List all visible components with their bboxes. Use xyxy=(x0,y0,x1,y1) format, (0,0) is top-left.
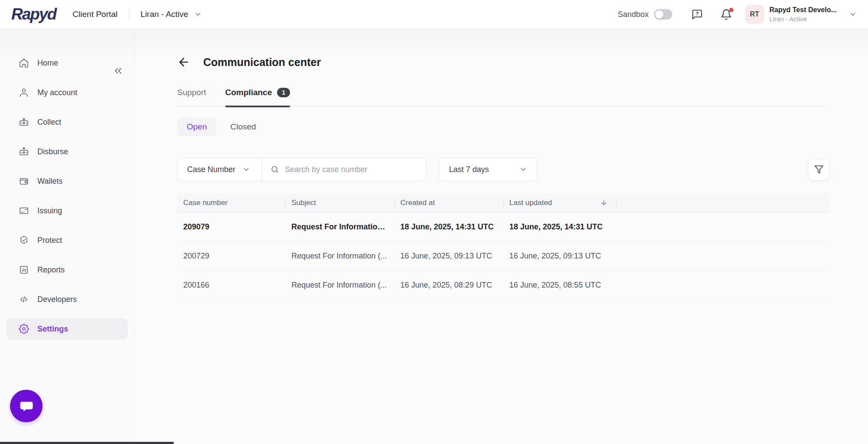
cases-table: Case number Subject Created at xyxy=(177,193,829,300)
sidebar-item[interactable]: Home xyxy=(7,52,128,74)
shield-check-icon xyxy=(19,235,29,245)
sidebar-item[interactable]: Settings xyxy=(7,318,128,340)
tab-label: Support xyxy=(177,88,206,97)
home-icon xyxy=(19,58,29,68)
status-filter: Open Closed xyxy=(177,118,829,136)
page-title: Communication center xyxy=(203,56,321,69)
status-pill-label: Open xyxy=(187,122,207,131)
help-button[interactable]: ? xyxy=(691,9,703,20)
notification-dot xyxy=(729,8,733,12)
sidebar-item-label: Disburse xyxy=(37,147,68,156)
sandbox-label: Sandbox xyxy=(618,10,649,19)
sidebar-item-label: Wallets xyxy=(37,177,63,186)
sidebar-item[interactable]: Collect xyxy=(7,111,128,133)
column-label: Last updated xyxy=(509,199,552,207)
user-subtitle: Liran - Active xyxy=(769,15,837,23)
back-button[interactable] xyxy=(177,56,190,69)
table-column-header-spacer xyxy=(616,193,829,212)
gear-icon xyxy=(19,324,29,334)
filters-bar: Case Number Last 7 days xyxy=(177,158,829,181)
org-selector-label: Liran - Active xyxy=(141,10,188,19)
sidebar-item[interactable]: Wallets xyxy=(7,170,128,192)
toggle-knob xyxy=(655,10,663,19)
card-icon xyxy=(19,205,29,216)
sidebar-item[interactable]: Reports xyxy=(7,259,128,281)
user-meta: Rapyd Test Develo... Liran - Active xyxy=(769,6,837,23)
user-icon xyxy=(19,87,29,98)
chevron-down-icon xyxy=(519,166,527,173)
sidebar-item-label: Issuing xyxy=(37,206,62,215)
advanced-filter-button[interactable] xyxy=(808,159,829,180)
table-row[interactable]: 209079 Request For Information ... 18 Ju… xyxy=(177,212,829,242)
status-pill[interactable]: Closed xyxy=(221,118,265,136)
topbar: Rapyd Client Portal Liran - Active Sandb… xyxy=(0,0,868,29)
column-label: Subject xyxy=(291,199,316,207)
sandbox-toggle[interactable] xyxy=(654,9,672,20)
search-field-selector-label: Case Number xyxy=(187,165,235,174)
chat-bubble-icon xyxy=(18,398,35,414)
sidebar-item-label: My account xyxy=(37,88,77,97)
table-column-header[interactable]: Last updated xyxy=(503,193,616,212)
sort-descending-icon[interactable] xyxy=(600,199,607,206)
cell-subject: Request For Information ... xyxy=(285,222,394,232)
sidebar-item[interactable]: Protect xyxy=(7,229,128,251)
status-pill[interactable]: Open xyxy=(177,118,216,136)
org-selector[interactable]: Liran - Active xyxy=(141,10,202,19)
svg-text:?: ? xyxy=(696,10,699,17)
cell-case-number: 209079 xyxy=(177,222,285,232)
tab[interactable]: Support xyxy=(177,82,206,106)
wallet-icon xyxy=(19,176,29,186)
cell-last-updated: 16 June, 2025, 08:55 UTC xyxy=(503,281,616,290)
chevron-down-icon xyxy=(194,10,202,18)
collect-icon xyxy=(19,117,29,127)
cell-subject: Request For Information (... xyxy=(285,252,394,261)
sidebar-item-label: Collect xyxy=(37,118,61,127)
search-filter-group: Case Number xyxy=(177,158,426,181)
date-range-selector[interactable]: Last 7 days xyxy=(439,158,537,181)
tab-label: Compliance xyxy=(225,88,272,97)
search-input[interactable] xyxy=(285,165,417,174)
main-content: Communication center Support Compliance … xyxy=(135,29,868,444)
notifications-button[interactable] xyxy=(720,9,732,20)
sidebar-item[interactable]: Developers xyxy=(7,288,128,310)
sidebar-item[interactable]: My account xyxy=(7,82,128,103)
sidebar-item-label: Developers xyxy=(37,295,77,304)
status-pill-label: Closed xyxy=(230,122,256,131)
tab-badge: 1 xyxy=(277,88,290,97)
sidebar: Home My account Collect Disburse xyxy=(0,29,135,444)
cell-case-number: 200166 xyxy=(177,281,285,290)
funnel-icon xyxy=(814,165,824,174)
portal-label: Client Portal xyxy=(73,10,118,19)
sidebar-item-label: Home xyxy=(37,59,58,68)
rapyd-logo[interactable]: Rapyd xyxy=(11,5,56,23)
topbar-divider xyxy=(129,8,129,21)
cell-created-at: 16 June, 2025, 09:13 UTC xyxy=(394,252,503,261)
sidebar-item[interactable]: Issuing xyxy=(7,200,128,222)
cell-created-at: 18 June, 2025, 14:31 UTC xyxy=(394,222,503,232)
tab[interactable]: Compliance 1 xyxy=(225,82,290,106)
reports-icon xyxy=(19,265,29,275)
code-icon xyxy=(19,294,29,305)
sidebar-item[interactable]: Disburse xyxy=(7,141,128,162)
table-column-header[interactable]: Created at xyxy=(394,193,503,212)
table-column-header[interactable]: Case number xyxy=(177,193,285,212)
cell-last-updated: 18 June, 2025, 14:31 UTC xyxy=(503,222,616,232)
table-row[interactable]: 200729 Request For Information (... 16 J… xyxy=(177,242,829,271)
collapse-sidebar-icon[interactable] xyxy=(112,65,124,76)
column-label: Case number xyxy=(183,199,228,207)
cell-subject: Request For Information (... xyxy=(285,281,394,290)
chat-fab-button[interactable] xyxy=(10,390,43,422)
arrow-left-icon xyxy=(177,56,190,69)
table-body: 209079 Request For Information ... 18 Ju… xyxy=(177,212,829,300)
table-row[interactable]: 200166 Request For Information (... 16 J… xyxy=(177,271,829,300)
tabs: Support Compliance 1 xyxy=(177,82,829,106)
table-column-header[interactable]: Subject xyxy=(285,193,394,212)
user-menu-chevron-icon[interactable] xyxy=(849,10,857,18)
avatar[interactable]: RT xyxy=(745,5,764,24)
sidebar-nav: Home My account Collect Disburse xyxy=(0,52,134,340)
search-box xyxy=(262,165,426,174)
screen-edge-bar xyxy=(0,442,174,444)
search-icon xyxy=(271,165,279,174)
disburse-icon xyxy=(19,146,29,157)
search-field-selector[interactable]: Case Number xyxy=(178,165,261,174)
